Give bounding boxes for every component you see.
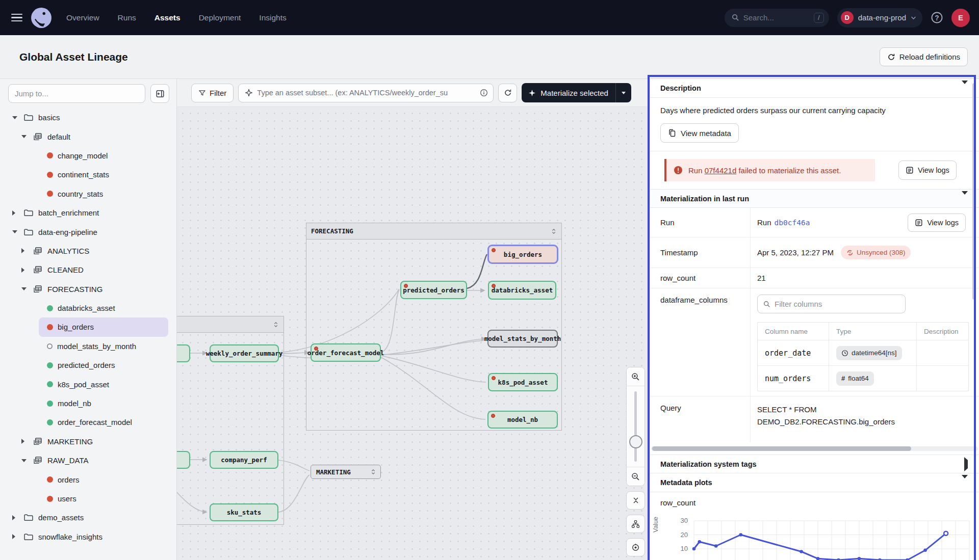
copy-icon [668, 129, 676, 137]
sidebar-item-basics[interactable]: basics [0, 108, 176, 127]
sidebar-item-change_model[interactable]: change_model [39, 146, 168, 165]
sidebar-item-predicted_orders[interactable]: predicted_orders [39, 356, 168, 375]
refresh-icon [504, 89, 512, 97]
sidebar-item-k8s_pod_asset[interactable]: k8s_pod_asset [39, 375, 168, 393]
menu-icon[interactable] [11, 14, 22, 22]
sidebar-item-snowflake_insights[interactable]: snowflake_insights [0, 527, 176, 546]
help-icon[interactable]: ? [931, 11, 943, 24]
asset-node-order_forecast_model[interactable]: order_forecast_model [311, 343, 381, 362]
view-logs-button[interactable]: View logs [898, 161, 957, 180]
section-system-tags[interactable]: Materialization system tags [650, 455, 979, 473]
scrollbar-thumb[interactable] [652, 446, 911, 451]
asset-subset-input[interactable]: Type an asset subset... (ex: ANALYTICS/w… [238, 84, 494, 102]
zoom-in-button[interactable] [627, 367, 645, 386]
chevron-down-icon[interactable] [12, 230, 23, 233]
vertical-scrollbar[interactable] [972, 83, 976, 300]
collapse-groups-button[interactable] [626, 491, 645, 510]
sidebar-item-ANALYTICS[interactable]: ANALYTICS [0, 242, 176, 260]
failed-materialization-icon [492, 376, 496, 380]
chevron-right-icon[interactable] [12, 515, 23, 520]
chevron-down-icon[interactable] [21, 135, 33, 138]
sidebar-item-demo_assets[interactable]: demo_assets [0, 508, 176, 527]
nav-item-overview[interactable]: Overview [66, 13, 99, 22]
sidebar-item-databricks_asset[interactable]: databricks_asset [39, 299, 168, 317]
asset-node-company_perf[interactable]: company_perf [210, 451, 278, 469]
section-materialization[interactable]: Materialization in last run [650, 189, 979, 208]
materialize-selected-button[interactable]: Materialize selected [522, 83, 631, 102]
asset-node-model_nb[interactable]: model_nb [487, 411, 558, 429]
zoom-slider[interactable] [627, 386, 645, 467]
nav-item-assets[interactable]: Assets [154, 13, 181, 22]
chevron-down-icon[interactable] [12, 116, 23, 119]
refresh-graph-button[interactable] [498, 84, 517, 102]
user-avatar[interactable]: E [951, 9, 970, 27]
zoom-slider-thumb[interactable] [629, 435, 642, 448]
sidebar-item-order_forecast_model[interactable]: order_forecast_model [39, 413, 168, 432]
sidebar-item-batch_enrichment[interactable]: batch_enrichment [0, 203, 176, 222]
chevron-right-icon[interactable] [21, 268, 33, 273]
asset-node-big_orders[interactable]: big_orders [488, 245, 558, 263]
sidebar-item-MARKETING[interactable]: MARKETING [0, 432, 176, 451]
unsynced-badge[interactable]: Unsynced (308) [841, 246, 911, 259]
asset-node-clipped-asset-left-bottom[interactable] [177, 451, 190, 469]
jump-to-placeholder: Jump to... [15, 89, 48, 98]
run-id-link[interactable]: 07f4421d [705, 166, 737, 175]
asset-node-databricks_asset[interactable]: databricks_asset [488, 281, 556, 300]
chevron-down-icon[interactable] [21, 459, 33, 462]
asset-node-predicted_orders[interactable]: predicted_orders [400, 281, 467, 299]
reload-definitions-button[interactable]: Reload definitions [880, 47, 968, 66]
graph-layout-button[interactable] [626, 515, 645, 533]
deployment-switcher[interactable]: D data-eng-prod [837, 8, 922, 28]
recenter-button[interactable] [626, 538, 645, 556]
sidebar-item-FORECASTING[interactable]: FORECASTING [0, 280, 176, 299]
chevron-right-icon[interactable] [12, 534, 23, 539]
chevron-down-icon[interactable] [21, 287, 33, 290]
asset-node-weekly_order_summary[interactable]: weekly_order_summary [210, 344, 279, 362]
asset-details-panel: Description Days where predicted orders … [650, 79, 979, 560]
column-name: order_date [765, 349, 811, 358]
sidebar-item-data-eng-pipeline[interactable]: data-eng-pipeline [0, 222, 176, 241]
filter-columns-input[interactable]: Filter columns [757, 295, 906, 313]
sidebar-item-model_stats_by_month[interactable]: model_stats_by_month [39, 337, 168, 356]
materialize-dropdown[interactable] [616, 92, 631, 94]
search-input[interactable]: Search... / [725, 9, 829, 27]
sidebar-item-continent_stats[interactable]: continent_stats [39, 165, 168, 184]
chevron-right-icon[interactable] [21, 248, 33, 253]
folder-icon [23, 532, 34, 541]
asset-node-k8s_pod_asset[interactable]: k8s_pod_asset [488, 373, 558, 391]
lineage-edges [177, 79, 650, 560]
asset-node-sku_stats[interactable]: sku_stats [210, 503, 278, 521]
sidebar-item-model_nb[interactable]: model_nb [39, 394, 168, 413]
dagster-logo-icon[interactable] [31, 7, 52, 29]
sidebar-item-big_orders[interactable]: big_orders [39, 317, 168, 336]
sidebar-item-CLEANED[interactable]: CLEANED [0, 260, 176, 279]
info-icon[interactable] [480, 89, 488, 97]
view-logs-label: View logs [927, 219, 959, 227]
run-id-link[interactable]: db0cf46a [775, 219, 810, 227]
sidebar-item-default[interactable]: default [0, 127, 176, 146]
chevron-right-icon[interactable] [21, 439, 33, 444]
sidebar-item-orders[interactable]: orders [39, 470, 168, 489]
zoom-out-button[interactable] [627, 467, 645, 486]
horizontal-scrollbar[interactable] [651, 446, 978, 451]
unfold-icon[interactable] [370, 468, 376, 475]
filter-button[interactable]: Filter [191, 84, 234, 102]
sidebar-item-users[interactable]: users [39, 489, 168, 508]
jump-to-input[interactable]: Jump to... [8, 84, 145, 103]
view-logs-button[interactable]: View logs [908, 214, 966, 232]
table-row: num_orders#float64 [758, 365, 968, 391]
nav-item-insights[interactable]: Insights [259, 13, 286, 22]
view-metadata-button[interactable]: View metadata [660, 123, 739, 143]
chevron-right-icon[interactable] [12, 210, 23, 216]
nav-item-deployment[interactable]: Deployment [199, 13, 241, 22]
collapsed-group-MARKETING[interactable]: MARKETING [311, 465, 381, 479]
asset-node-clipped-asset-left-top[interactable] [177, 344, 190, 362]
nav-item-runs[interactable]: Runs [118, 13, 136, 22]
lineage-canvas[interactable]: Filter Type an asset subset... (ex: ANAL… [177, 79, 650, 560]
section-metadata-plots[interactable]: Metadata plots [650, 473, 979, 492]
section-description[interactable]: Description [650, 79, 979, 98]
sidebar-item-RAW_DATA[interactable]: RAW_DATA [0, 451, 176, 470]
asset-node-model_stats_by_month[interactable]: model_stats_by_month [487, 330, 558, 348]
collapse-sidebar-button[interactable] [150, 84, 169, 103]
sidebar-item-country_stats[interactable]: country_stats [39, 184, 168, 203]
